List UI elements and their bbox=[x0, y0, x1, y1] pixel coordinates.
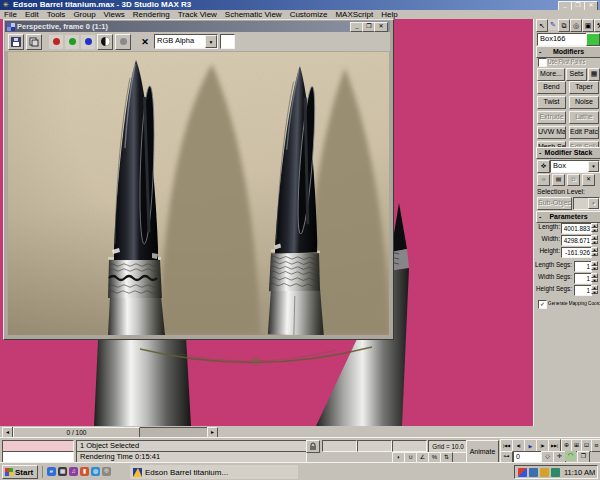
quicklaunch-misc-icon[interactable]: ® bbox=[102, 467, 111, 476]
window-titlebar: ✳ Edson Barrel titanium.max - 3D Studio … bbox=[0, 0, 600, 10]
parameter-field[interactable]: -161.926 bbox=[561, 247, 592, 258]
tab-utilities[interactable]: ⚒ bbox=[594, 19, 600, 32]
spinner-down-icon[interactable]: ▼ bbox=[591, 278, 598, 283]
quicklaunch-browser-icon[interactable]: e bbox=[47, 467, 56, 476]
coordinate-x-field[interactable] bbox=[322, 440, 357, 452]
sub-object-button[interactable]: Sub-Object bbox=[537, 197, 572, 210]
menu-item[interactable]: Customize bbox=[286, 10, 332, 19]
menu-item[interactable]: Help bbox=[377, 10, 401, 19]
blue-channel-toggle[interactable] bbox=[81, 35, 95, 49]
segs-spinner[interactable]: ▲ ▼ bbox=[591, 273, 598, 282]
modifier-sets-button[interactable]: Sets bbox=[566, 68, 587, 81]
menu-item[interactable]: File bbox=[0, 10, 21, 19]
modifier-button[interactable]: Noise bbox=[569, 96, 599, 109]
channel-dropdown[interactable]: RGB Alpha ▼ bbox=[154, 34, 218, 49]
green-channel-toggle[interactable] bbox=[65, 35, 79, 49]
active-toggle-icon[interactable]: ☼ bbox=[537, 174, 550, 186]
menu-item[interactable]: Group bbox=[69, 10, 99, 19]
tray-icon-2[interactable] bbox=[529, 468, 538, 477]
modifier-button[interactable]: Lathe bbox=[569, 111, 599, 124]
segs-spinner[interactable]: ▲ ▼ bbox=[591, 261, 598, 270]
tab-motion[interactable]: ◎ bbox=[570, 19, 582, 32]
menu-item[interactable]: Schematic View bbox=[221, 10, 286, 19]
arc-rotate-icon[interactable]: ◠ bbox=[565, 451, 576, 461]
render-frame-window: Perspective, frame 0 (1:1) _ ❐ ✕ ✕ RGB A… bbox=[3, 19, 394, 340]
segs-field[interactable]: 1 bbox=[574, 261, 592, 272]
menu-item[interactable]: Edit bbox=[21, 10, 43, 19]
status-bar: 1 Object Selected Rendering Time 0:15:41… bbox=[0, 437, 600, 463]
tab-modify[interactable]: ✎ bbox=[548, 19, 558, 30]
red-channel-toggle[interactable] bbox=[49, 35, 63, 49]
quicklaunch-desktop-icon[interactable]: ▦ bbox=[58, 467, 67, 476]
tray-icon-3[interactable] bbox=[540, 468, 549, 477]
render-close-button[interactable]: ✕ bbox=[374, 22, 388, 32]
pin-stack-icon[interactable]: ✜ bbox=[537, 160, 550, 173]
tray-icon-4[interactable] bbox=[551, 468, 560, 477]
start-button[interactable]: Start bbox=[2, 465, 38, 479]
modifier-button[interactable]: UVW Map bbox=[537, 126, 566, 139]
spinner-down-icon[interactable]: ▼ bbox=[591, 252, 598, 257]
spinner-down-icon[interactable]: ▼ bbox=[591, 266, 598, 271]
modifier-button[interactable]: Edit Patch bbox=[569, 126, 599, 139]
quicklaunch-player-icon[interactable]: ▮ bbox=[80, 467, 89, 476]
zoom-extents-all-icon[interactable]: ⧈ bbox=[591, 439, 600, 452]
stack-dropdown-arrow-icon[interactable]: ▼ bbox=[588, 161, 599, 172]
green-channel-icon bbox=[69, 38, 76, 45]
remove-modifier-icon[interactable]: ✕ bbox=[582, 174, 595, 186]
segs-field[interactable]: 1 bbox=[574, 285, 592, 296]
channel-dropdown-arrow-icon[interactable]: ▼ bbox=[205, 35, 217, 48]
make-unique-icon[interactable]: ⧉ bbox=[567, 174, 580, 186]
tab-create[interactable]: ↖ bbox=[536, 19, 548, 32]
menu-item[interactable]: Rendering bbox=[129, 10, 174, 19]
sub-object-dropdown[interactable]: ▼ bbox=[573, 197, 600, 210]
configure-button-sets-icon[interactable]: ▦ bbox=[588, 68, 600, 81]
coordinate-y-field[interactable] bbox=[357, 440, 392, 452]
parameter-field[interactable]: 4001.883 bbox=[561, 223, 592, 234]
rollout-parameters[interactable]: -Parameters bbox=[536, 211, 600, 223]
background-color-swatch[interactable] bbox=[220, 34, 235, 49]
animate-button[interactable]: Animate bbox=[466, 440, 499, 463]
menu-item[interactable]: Track View bbox=[174, 10, 221, 19]
spinner-down-icon[interactable]: ▼ bbox=[591, 228, 598, 233]
clear-button[interactable]: ✕ bbox=[138, 35, 152, 49]
spinner-down-icon[interactable]: ▼ bbox=[591, 290, 598, 295]
red-channel-icon bbox=[53, 38, 60, 45]
task-button-active[interactable]: Edson Barrel titanium... bbox=[130, 465, 298, 479]
quicklaunch-media-icon[interactable]: ♫ bbox=[69, 467, 78, 476]
quicklaunch-globe-icon[interactable]: ◍ bbox=[91, 467, 100, 476]
window-title: Edson Barrel titanium.max - 3D Studio MA… bbox=[13, 0, 191, 10]
parameter-spinner[interactable]: ▲ ▼ bbox=[591, 223, 598, 232]
modifier-button[interactable]: Twist bbox=[537, 96, 566, 109]
spinner-down-icon[interactable]: ▼ bbox=[591, 240, 598, 245]
clone-vfb-button[interactable] bbox=[26, 34, 42, 50]
modifier-button[interactable]: Bend bbox=[537, 81, 566, 94]
rollout-modifiers[interactable]: -Modifiers bbox=[536, 46, 600, 58]
object-color-swatch[interactable] bbox=[586, 33, 600, 46]
show-end-result-icon[interactable]: ▤ bbox=[552, 174, 565, 186]
save-bitmap-button[interactable] bbox=[8, 34, 24, 50]
menu-item[interactable]: Views bbox=[100, 10, 129, 19]
menu-item[interactable]: Tools bbox=[43, 10, 70, 19]
more-modifiers-button[interactable]: More... bbox=[537, 68, 565, 81]
segs-field[interactable]: 1 bbox=[574, 273, 592, 284]
parameter-spinner[interactable]: ▲ ▼ bbox=[591, 235, 598, 244]
coordinate-z-field[interactable] bbox=[392, 440, 427, 452]
object-name-field[interactable]: Box166 bbox=[537, 33, 587, 46]
modifier-button[interactable]: Taper bbox=[569, 81, 599, 94]
parameter-field[interactable]: 4298.671 bbox=[561, 235, 592, 246]
selection-lock-toggle[interactable] bbox=[306, 440, 320, 453]
menu-item[interactable]: MAXScript bbox=[331, 10, 377, 19]
tab-hierarchy[interactable]: ⧉ bbox=[558, 19, 570, 32]
render-window-titlebar[interactable]: Perspective, frame 0 (1:1) _ ❐ ✕ bbox=[5, 21, 390, 32]
monochrome-toggle[interactable] bbox=[115, 34, 131, 50]
modifier-stack-dropdown[interactable]: Box ▼ bbox=[550, 160, 600, 173]
tab-display[interactable]: ▣ bbox=[582, 19, 594, 32]
generate-mapping-checkbox[interactable]: ✓ bbox=[538, 300, 547, 309]
parameter-spinner[interactable]: ▲ ▼ bbox=[591, 247, 598, 256]
alpha-channel-toggle[interactable] bbox=[97, 34, 113, 50]
use-pivot-points-checkbox[interactable] bbox=[538, 58, 547, 67]
tray-icon-1[interactable] bbox=[518, 468, 527, 477]
segs-spinner[interactable]: ▲ ▼ bbox=[591, 285, 598, 294]
modifier-button[interactable]: Extrude bbox=[537, 111, 566, 124]
rollout-modifier-stack[interactable]: -Modifier Stack bbox=[536, 147, 600, 159]
